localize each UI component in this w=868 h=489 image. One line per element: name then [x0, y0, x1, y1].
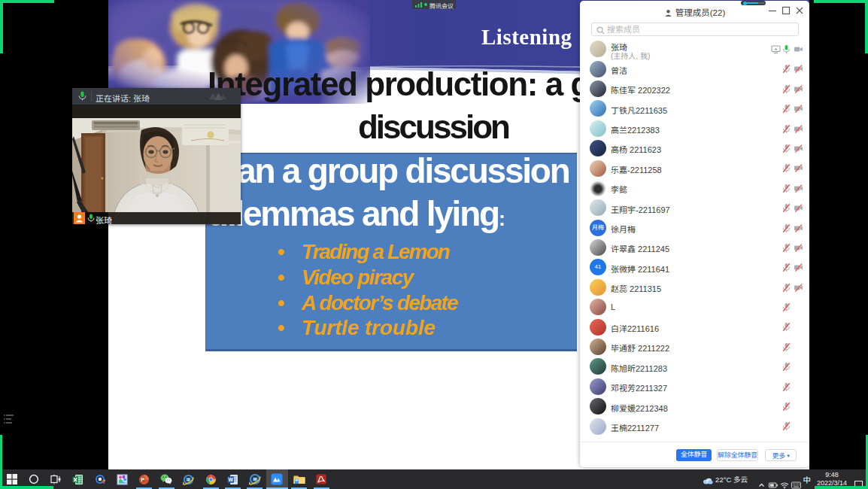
close-button[interactable]	[794, 5, 805, 16]
hidden-icons-chevron[interactable]	[758, 475, 765, 489]
mute-all-button[interactable]: 全体静音	[676, 449, 712, 461]
mic-muted-icon[interactable]	[782, 184, 791, 193]
volume-slider[interactable]	[741, 1, 766, 5]
taskbar-icon-qq-browser[interactable]	[90, 469, 111, 489]
member-row[interactable]: L	[580, 297, 809, 317]
screen-sharing-icon[interactable]	[771, 44, 781, 54]
bullet-item: •Video piracy	[278, 265, 457, 290]
camera-on-icon[interactable]	[794, 44, 803, 54]
member-name: 赵蕊 2211315	[611, 282, 661, 294]
member-row[interactable]: 柳爱媛2212348	[580, 396, 809, 416]
camera-off-icon[interactable]	[794, 243, 803, 253]
member-row[interactable]: 陈佳军 2202322	[580, 79, 809, 99]
maximize-button[interactable]	[781, 5, 791, 16]
ime-indicator[interactable]: 中	[803, 474, 812, 489]
mic-muted-icon[interactable]	[782, 163, 791, 173]
member-avatar	[590, 299, 606, 315]
mic-muted-icon[interactable]	[782, 302, 791, 312]
camera-off-icon[interactable]	[794, 184, 803, 193]
member-row[interactable]: 陈旭昕2211283	[580, 357, 809, 376]
camera-off-icon[interactable]	[794, 64, 803, 74]
cloud-icon	[703, 477, 713, 484]
more-button[interactable]: 更多 ▾	[765, 449, 797, 461]
member-row[interactable]: 高杨 2211623	[580, 138, 809, 158]
mic-muted-icon[interactable]	[782, 223, 791, 233]
member-row[interactable]: 毕通舒 2211222	[580, 337, 809, 357]
member-avatar	[590, 80, 606, 97]
member-row[interactable]: 高兰2212383	[580, 119, 809, 138]
mic-muted-icon[interactable]	[782, 263, 791, 272]
video-window-header[interactable]: 正在讲话: 张琦	[72, 88, 241, 105]
desktop-notes-widget[interactable]	[3, 413, 17, 427]
camera-off-icon[interactable]	[794, 163, 803, 173]
member-name: 丁铁凡2211635	[611, 104, 667, 116]
search-input[interactable]	[607, 24, 795, 35]
mic-muted-icon[interactable]	[782, 84, 791, 94]
member-row[interactable]: 许翠鑫 2211245	[580, 238, 809, 257]
mic-muted-icon[interactable]	[782, 243, 791, 253]
taskbar-icon-chrome[interactable]	[200, 469, 222, 489]
member-row[interactable]: 邓视芳2211327	[580, 377, 809, 396]
bullet-item: •Trading a Lemon	[278, 239, 457, 265]
slider-knob[interactable]	[743, 2, 748, 6]
member-row[interactable]: 张琦(主持人, 我)	[580, 39, 809, 59]
members-icon	[664, 9, 672, 17]
taskbar-icon-acrobat[interactable]	[311, 469, 332, 489]
mic-on-icon[interactable]	[782, 44, 791, 54]
panel-footer: 全体静音 解除全体静音 更多 ▾	[580, 442, 809, 467]
mic-muted-icon[interactable]	[782, 124, 791, 134]
unmute-all-button[interactable]: 解除全体静音	[717, 449, 758, 461]
camera-off-icon[interactable]	[794, 124, 803, 134]
camera-off-icon[interactable]	[794, 144, 803, 153]
minimize-button[interactable]	[767, 5, 778, 16]
camera-off-icon[interactable]	[794, 223, 803, 233]
panel-titlebar[interactable]: 管理成员(22)	[580, 1, 809, 21]
wifi-icon[interactable]	[780, 475, 789, 489]
mic-muted-icon[interactable]	[782, 203, 791, 213]
taskbar-icon-word[interactable]: W	[222, 469, 244, 489]
keyboard-icon[interactable]	[791, 475, 801, 489]
member-row[interactable]: 月梅徐月梅	[580, 218, 809, 238]
mic-muted-icon[interactable]	[782, 342, 791, 352]
member-row[interactable]: 丁铁凡2211635	[580, 99, 809, 118]
member-row[interactable]: 曾洁	[580, 59, 809, 78]
taskbar-icon-wechat[interactable]	[156, 469, 178, 489]
mic-muted-icon[interactable]	[782, 64, 791, 74]
member-row[interactable]: 赵蕊 2211315	[580, 278, 809, 297]
member-row[interactable]: 王楠2211277	[580, 416, 809, 436]
camera-off-icon[interactable]	[794, 283, 803, 293]
taskbar-icon-ie[interactable]	[178, 469, 199, 489]
member-search-box[interactable]	[591, 23, 799, 36]
mic-muted-icon[interactable]	[782, 362, 791, 372]
camera-off-icon[interactable]	[794, 104, 803, 114]
member-row[interactable]: 41张微婷 2211641	[580, 257, 809, 277]
camera-off-icon[interactable]	[794, 203, 803, 213]
speaker-video-window[interactable]: 正在讲话: 张琦	[72, 88, 241, 224]
taskbar-icon-powerpoint[interactable]: P	[133, 469, 155, 489]
mic-muted-icon[interactable]	[782, 104, 791, 114]
taskbar-icon-tencent-meeting[interactable]	[266, 469, 288, 489]
member-row[interactable]: 白洋2211616	[580, 317, 809, 336]
mic-muted-icon[interactable]	[782, 421, 791, 431]
mic-muted-icon[interactable]	[782, 144, 791, 153]
camera-off-icon[interactable]	[794, 84, 803, 94]
header-divider	[91, 91, 92, 101]
meeting-share-badge[interactable]: 腾讯会议	[412, 0, 456, 9]
weather-widget[interactable]: 22°C 多云	[703, 474, 748, 489]
taskbar-icon-file-explorer[interactable]	[288, 469, 310, 489]
taskbar-icon-excel[interactable]	[67, 469, 89, 489]
slide-content-box: Plan a group discussion about dilemmas a…	[205, 153, 577, 351]
battery-icon[interactable]	[769, 475, 778, 489]
member-avatar	[590, 140, 606, 156]
member-row[interactable]: 乐嘉-2211258	[580, 158, 809, 178]
mic-muted-icon[interactable]	[782, 382, 791, 392]
taskbar-icon-photos[interactable]	[111, 469, 133, 489]
member-avatar: 月梅	[590, 220, 606, 236]
mic-muted-icon[interactable]	[782, 322, 791, 332]
taskbar-icon-ie-2[interactable]	[244, 469, 266, 489]
camera-off-icon[interactable]	[794, 263, 803, 272]
mic-muted-icon[interactable]	[782, 402, 791, 412]
mic-muted-icon[interactable]	[782, 283, 791, 293]
member-row[interactable]: 李懿	[580, 178, 809, 198]
member-row[interactable]: 王翔宇-2211697	[580, 198, 809, 217]
